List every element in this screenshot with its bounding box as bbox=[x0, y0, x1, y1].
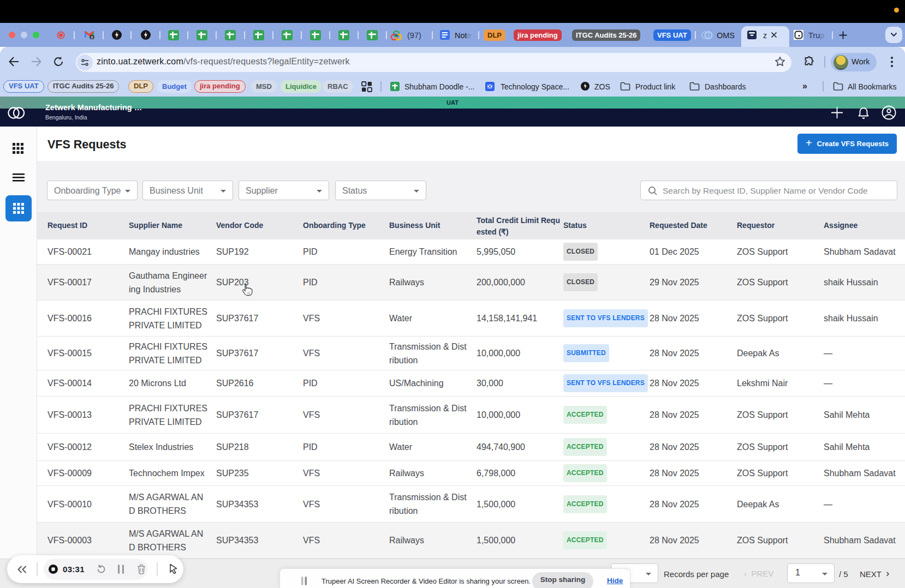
svg-text:9: 9 bbox=[91, 35, 93, 39]
